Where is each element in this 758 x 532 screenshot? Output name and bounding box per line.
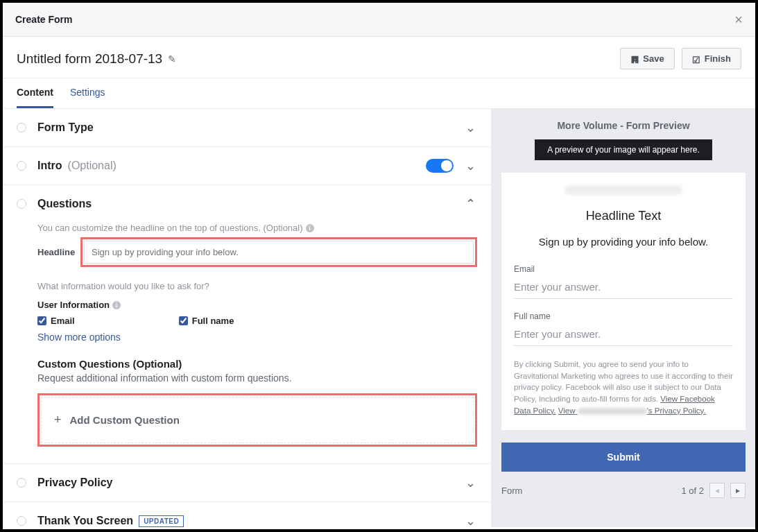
section-questions[interactable]: Questions ⌃ [3, 185, 491, 223]
preview-email-label: Email [514, 264, 733, 274]
preview-prev-button[interactable]: ◂ [709, 483, 725, 498]
preview-title: More Volume - Form Preview [492, 109, 755, 139]
radio-icon [17, 478, 26, 488]
radio-icon [17, 199, 26, 209]
add-custom-question-label: Add Custom Question [70, 414, 180, 426]
preview-headline-sub: Sign up by providing your info below. [514, 236, 733, 248]
tab-content[interactable]: Content [17, 78, 53, 108]
preview-page-name-blurred [565, 185, 682, 195]
chevron-down-icon[interactable]: ⌄ [463, 120, 477, 135]
preview-fullname-field[interactable]: Enter your answer. [514, 325, 733, 346]
preview-submit-button[interactable]: Submit [501, 443, 746, 472]
section-privacy-policy[interactable]: Privacy Policy ⌄ [3, 464, 491, 501]
section-title-intro: Intro (Optional) [37, 160, 426, 172]
checkbox-email[interactable] [37, 316, 46, 325]
preview-card: Headline Text Sign up by providing your … [501, 173, 746, 430]
preview-terms: By clicking Submit, you agree to send yo… [514, 359, 733, 416]
radio-icon [17, 161, 26, 171]
user-info-label: User Information [37, 300, 110, 310]
check-email[interactable]: Email [37, 316, 75, 326]
chevron-down-icon[interactable]: ⌄ [463, 475, 477, 490]
section-title-privacy: Privacy Policy [37, 477, 463, 489]
radio-icon [17, 123, 26, 132]
save-icon: 🖪 [630, 55, 639, 63]
preview-pager-label: Form [501, 486, 522, 496]
preview-next-button[interactable]: ▸ [730, 483, 746, 498]
section-title-questions: Questions [37, 198, 463, 210]
chevron-down-icon[interactable]: ⌄ [463, 158, 477, 173]
info-icon[interactable]: i [112, 301, 121, 309]
optional-label: (Optional) [68, 160, 117, 172]
questions-hint: You can customize the headline on the to… [37, 223, 477, 233]
checkbox-fullname[interactable] [179, 316, 188, 325]
plus-icon: + [54, 413, 62, 427]
custom-questions-subtext: Request additional information with cust… [37, 372, 477, 384]
section-form-type[interactable]: Form Type ⌄ [3, 109, 491, 146]
finish-button[interactable]: ☑ Finish [682, 48, 741, 69]
updated-badge: UPDATED [139, 515, 184, 527]
tab-settings[interactable]: Settings [70, 78, 105, 108]
pencil-icon[interactable]: ✎ [168, 53, 176, 65]
finish-button-label: Finish [705, 53, 731, 64]
close-icon[interactable]: × [734, 12, 743, 26]
finish-icon: ☑ [692, 55, 700, 63]
ask-for-label: What information would you like to ask f… [37, 281, 477, 291]
add-custom-question-button[interactable]: + Add Custom Question [41, 397, 474, 443]
section-thank-you[interactable]: Thank You Screen UPDATED ⌄ [3, 502, 491, 527]
form-name[interactable]: Untitled form 2018-07-13 [17, 51, 162, 67]
section-title-thankyou: Thank You Screen UPDATED [37, 515, 463, 527]
headline-field-label: Headline [37, 247, 80, 257]
preview-page-count: 1 of 2 [681, 486, 704, 496]
dialog-title: Create Form [15, 14, 72, 25]
show-more-options-link[interactable]: Show more options [37, 332, 477, 343]
chevron-down-icon[interactable]: ⌄ [463, 513, 477, 527]
preview-email-field[interactable]: Enter your answer. [514, 278, 733, 299]
custom-questions-heading: Custom Questions (Optional) [37, 358, 477, 370]
save-button-label: Save [643, 53, 664, 64]
info-icon[interactable]: i [306, 224, 314, 232]
headline-input[interactable] [84, 241, 474, 264]
preview-image-placeholder: A preview of your image will appear here… [535, 139, 712, 160]
intro-toggle[interactable] [426, 159, 454, 173]
chevron-up-icon[interactable]: ⌃ [463, 196, 477, 212]
save-button[interactable]: 🖪 Save [620, 48, 674, 69]
preview-fullname-label: Full name [514, 311, 733, 321]
preview-headline: Headline Text [514, 209, 733, 223]
radio-icon [17, 516, 26, 526]
preview-company-blurred [578, 408, 647, 415]
intro-label: Intro [37, 160, 62, 172]
preview-privacy-link[interactable]: View 's Privacy Policy. [558, 406, 706, 415]
section-intro[interactable]: Intro (Optional) ⌄ [3, 147, 491, 185]
check-fullname[interactable]: Full name [179, 316, 234, 326]
section-title-form-type: Form Type [37, 121, 463, 134]
